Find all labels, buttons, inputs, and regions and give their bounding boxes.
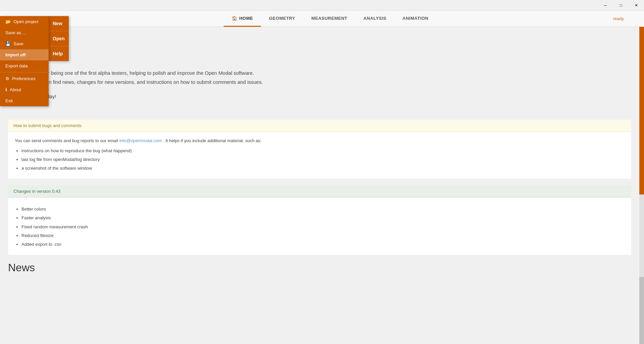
nav-items: 🏠 HOME GEOMETRY MEASUREMENT ANALYSIS ANI… <box>16 11 644 27</box>
nav-item-animation[interactable]: ANIMATION <box>394 11 436 27</box>
window-controls: ─ □ ✕ <box>598 0 644 11</box>
bugs-suffix: . It helps if you include additional mat… <box>163 138 261 143</box>
flyout-new[interactable]: New <box>49 16 69 31</box>
list-item: Reduced filesize <box>21 232 625 239</box>
minimize-button[interactable]: ─ <box>598 0 613 11</box>
status-badge: ready <box>613 16 624 21</box>
hero-text-3: Have a nice day! <box>19 92 621 101</box>
news-title: News <box>8 262 631 274</box>
scrollbar-thumb[interactable] <box>639 27 644 194</box>
maximize-button[interactable]: □ <box>613 0 629 11</box>
close-button[interactable]: ✕ <box>629 0 644 11</box>
bugs-box-header: How to submit bugs and comments <box>8 120 631 132</box>
flyout-panel: New Open Help <box>49 16 69 61</box>
menu-about[interactable]: ℹ About <box>0 84 49 95</box>
menu-preferences[interactable]: ⚙ Preferences <box>0 73 49 84</box>
scrollbar-bottom <box>639 277 644 344</box>
scrollbar-track[interactable] <box>639 27 644 344</box>
menu-divider <box>0 72 49 72</box>
changes-list: Better colors Faster analysis Fixed rand… <box>15 206 625 248</box>
menu-import-uff[interactable]: Import uff <box>0 49 49 60</box>
nav-item-geometry[interactable]: GEOMETRY <box>261 11 303 27</box>
changes-box-body: Better colors Faster analysis Fixed rand… <box>8 197 631 254</box>
list-item: a screenshot of the software window <box>21 165 625 172</box>
hero-section: Hello! Thank you for being one of the fi… <box>8 35 631 112</box>
changes-box-header: Changes in version 0.43 <box>8 185 631 197</box>
list-item: Better colors <box>21 206 625 213</box>
main-layout: Hello! Thank you for being one of the fi… <box>0 27 644 344</box>
list-item: Added export to .csv <box>21 241 625 248</box>
info-icon: ℹ <box>5 87 7 92</box>
top-navigation: 🏠 HOME GEOMETRY MEASUREMENT ANALYSIS ANI… <box>0 11 644 27</box>
menu-exit[interactable]: Exit <box>0 95 49 106</box>
nav-item-home[interactable]: 🏠 HOME <box>224 11 261 27</box>
list-item: last log file from openModal/log directo… <box>21 156 625 163</box>
save-as-label: Save as ... <box>5 30 26 35</box>
save-icon: 💾 <box>5 41 11 46</box>
email-link[interactable]: info@openmodal.com <box>119 138 162 143</box>
menu-export-data[interactable]: Export data <box>0 60 49 71</box>
bugs-box-body: You can send comments and bug reports to… <box>8 132 631 179</box>
list-item: Faster analysis <box>21 214 625 222</box>
menu-open-project[interactable]: 📂 Open project <box>0 16 49 27</box>
folder-icon: 📂 <box>5 19 11 24</box>
hero-text-2: Below you can find news, changes for new… <box>19 77 621 87</box>
flyout-open[interactable]: Open <box>49 31 69 46</box>
menu-save-as[interactable]: Save as ... <box>0 27 49 38</box>
list-item: instructions on how to reproduce the bug… <box>21 147 625 155</box>
home-icon: 🏠 <box>232 16 237 21</box>
titlebar: ─ □ ✕ <box>0 0 644 11</box>
list-item: Fixed random measurement crash <box>21 223 625 231</box>
gear-icon: ⚙ <box>5 76 9 81</box>
changes-box: Changes in version 0.43 Better colors Fa… <box>8 185 631 254</box>
hero-text-1: Thank you for being one of the first alp… <box>19 68 621 77</box>
content-area: Hello! Thank you for being one of the fi… <box>0 27 639 344</box>
dropdown-menu: 📂 Open project Save as ... 💾 Save Import… <box>0 16 49 106</box>
bugs-list: instructions on how to reproduce the bug… <box>15 147 625 172</box>
nav-item-measurement[interactable]: MEASUREMENT <box>303 11 355 27</box>
menu-save[interactable]: 💾 Save <box>0 38 49 49</box>
hero-title: Hello! <box>19 46 621 62</box>
nav-item-analysis[interactable]: ANALYSIS <box>356 11 395 27</box>
bugs-intro: You can send comments and bug reports to… <box>15 138 118 143</box>
bugs-box: How to submit bugs and comments You can … <box>8 120 631 179</box>
flyout-help[interactable]: Help <box>49 46 69 61</box>
